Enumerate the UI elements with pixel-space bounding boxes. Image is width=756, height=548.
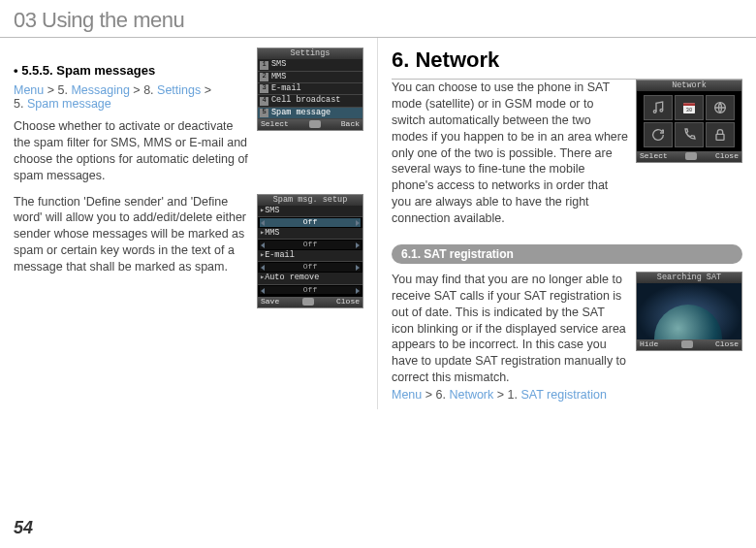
item-label: Auto remove bbox=[265, 274, 319, 282]
crumb-sep: > bbox=[201, 83, 211, 97]
crumb-menu: Menu bbox=[14, 83, 44, 97]
chapter-header: 03 Using the menu bbox=[0, 0, 756, 38]
crumb-messaging: Messaging bbox=[71, 83, 129, 97]
item-label: SMS bbox=[265, 207, 279, 215]
list-item: 1SMS bbox=[258, 59, 362, 71]
softkey-right: Close bbox=[715, 152, 739, 161]
left-column: • 5.5.5. Spam messages Menu > 5. Messagi… bbox=[14, 38, 378, 409]
lock-icon bbox=[706, 122, 735, 147]
crumb-prefix: 5. bbox=[14, 97, 27, 111]
list-item: 4Cell broadcast bbox=[258, 95, 362, 107]
crumb-sep: > 5. bbox=[44, 83, 71, 97]
setting-label: ▸ SMS bbox=[258, 206, 362, 217]
softkey-bar: Select Close bbox=[637, 151, 741, 162]
para-define-sender: The function 'Define sender' and 'Define… bbox=[14, 194, 249, 275]
subsection-sat-registration: 6.1. SAT registration bbox=[392, 244, 742, 264]
satellite-image bbox=[637, 283, 741, 339]
setting-value: Off bbox=[260, 286, 361, 295]
setting-label: ▸ E-mail bbox=[258, 250, 362, 262]
globe-icon bbox=[706, 95, 735, 120]
list-item: 3E-mail bbox=[258, 83, 362, 95]
refresh-icon bbox=[644, 122, 673, 147]
item-label: E-mail bbox=[271, 84, 301, 93]
item-label: MMS bbox=[271, 73, 286, 81]
section-title-network: 6. Network bbox=[392, 48, 742, 73]
phone-screenshot-searching-sat: Searching SAT Hide Close bbox=[636, 272, 742, 351]
right-column: 6. Network You can choose to use the pho… bbox=[378, 38, 742, 409]
phone-screenshot-spam-setup: Spam msg. setup ▸ SMS Off ▸ MMS Off ▸ E-… bbox=[257, 194, 363, 309]
phone-screenshot-settings: Settings 1SMS 2MMS 3E-mail 4Cell broadca… bbox=[257, 48, 363, 131]
crumb-network: Network bbox=[449, 388, 493, 402]
block-define-sender: The function 'Define sender' and 'Define… bbox=[14, 194, 363, 309]
softkey-left: Select bbox=[640, 152, 668, 161]
two-column-layout: • 5.5.5. Spam messages Menu > 5. Messagi… bbox=[0, 38, 756, 409]
list-item-selected: 5Spam message bbox=[258, 108, 362, 119]
item-label: Spam message bbox=[271, 109, 331, 117]
setting-label: ▸ Auto remove bbox=[258, 273, 362, 284]
crumb-sep: > 8. bbox=[130, 83, 157, 97]
crumb-sep: > 1. bbox=[493, 388, 520, 402]
item-label: E-mail bbox=[265, 251, 295, 260]
crumb-spam-message: Spam message bbox=[27, 97, 111, 111]
block-sat-registration: You may find that you are no longer able… bbox=[392, 272, 742, 409]
phone-icon bbox=[675, 122, 704, 147]
item-label: Cell broadcast bbox=[271, 96, 340, 105]
crumb-sep: > 6. bbox=[422, 388, 449, 402]
subheading-spam-messages: • 5.5.5. Spam messages bbox=[14, 63, 249, 78]
breadcrumb-spam-message: Menu > 5. Messaging > 8. Settings > 5. S… bbox=[14, 83, 249, 111]
screen-title: Spam msg. setup bbox=[258, 195, 362, 206]
breadcrumb-sat-registration: Menu > 6. Network > 1. SAT registration bbox=[392, 388, 628, 402]
softkey-left: Select bbox=[261, 120, 289, 129]
setting-value: Off bbox=[260, 263, 361, 272]
icon-grid: 30 bbox=[637, 91, 741, 151]
crumb-menu: Menu bbox=[392, 388, 422, 402]
softkey-center-icon bbox=[681, 340, 693, 348]
phone-screenshot-network: Network 30 bbox=[636, 80, 742, 163]
softkey-right: Back bbox=[341, 120, 360, 129]
item-label: SMS bbox=[271, 60, 286, 69]
screen-title: Network bbox=[637, 81, 741, 91]
item-label: MMS bbox=[265, 229, 279, 238]
svg-text:30: 30 bbox=[686, 108, 692, 113]
svg-point-0 bbox=[653, 111, 656, 113]
block-spam-messages: • 5.5.5. Spam messages Menu > 5. Messagi… bbox=[14, 48, 363, 194]
softkey-center-icon bbox=[302, 298, 314, 306]
svg-rect-6 bbox=[716, 135, 724, 141]
setting-label: ▸ MMS bbox=[258, 228, 362, 240]
softkey-left: Hide bbox=[640, 340, 658, 349]
calendar-icon: 30 bbox=[675, 95, 704, 120]
screen-title: Searching SAT bbox=[637, 273, 741, 283]
screen-title: Settings bbox=[258, 48, 362, 59]
softkey-left: Save bbox=[261, 298, 279, 306]
softkey-bar: Save Close bbox=[258, 297, 362, 307]
page-number: 54 bbox=[14, 518, 33, 538]
para-sat-registration: You may find that you are no longer able… bbox=[392, 272, 628, 386]
music-icon bbox=[644, 95, 673, 120]
softkey-right: Close bbox=[336, 298, 360, 306]
softkey-bar: Select Back bbox=[258, 119, 362, 130]
svg-rect-3 bbox=[683, 104, 695, 107]
softkey-bar: Hide Close bbox=[637, 339, 741, 350]
softkey-right: Close bbox=[715, 340, 739, 349]
setting-value-selected: Off bbox=[260, 218, 361, 227]
softkey-center-icon bbox=[685, 152, 697, 160]
svg-point-1 bbox=[660, 110, 663, 113]
softkey-center-icon bbox=[309, 120, 321, 128]
list-item: 2MMS bbox=[258, 72, 362, 83]
block-network-intro: You can choose to use the phone in SAT m… bbox=[392, 80, 742, 237]
para-network-intro: You can choose to use the phone in SAT m… bbox=[392, 80, 628, 227]
crumb-sat-registration: SAT registration bbox=[520, 388, 606, 402]
para-spam-filter: Choose whether to activate or deactivate… bbox=[14, 118, 249, 184]
setting-value: Off bbox=[260, 241, 361, 249]
crumb-settings: Settings bbox=[157, 83, 201, 97]
earth-icon bbox=[654, 305, 722, 339]
